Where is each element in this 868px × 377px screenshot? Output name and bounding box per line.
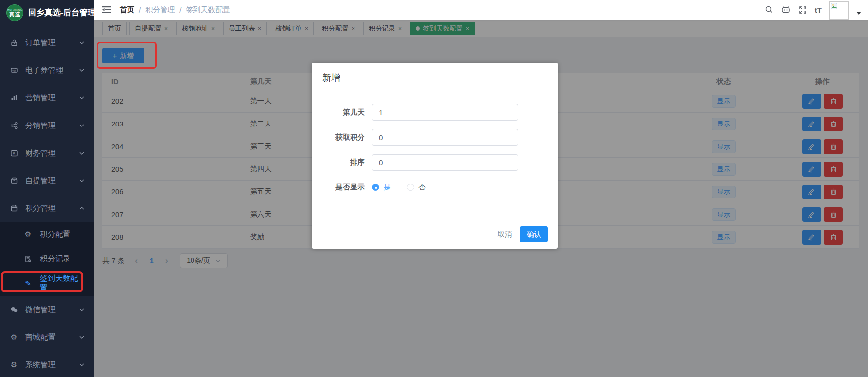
form-row-sort: 排序 [312,154,558,171]
radio-yes[interactable]: 是 [372,183,391,192]
wechat-icon [10,306,18,314]
sidebar-item-distribution[interactable]: 分销管理 [0,112,94,139]
dialog-form: 第几天 获取积分 排序 是否显示 是 否 [312,104,558,200]
sidebar-item-label: 订单管理 [25,38,79,48]
logo-icon: HUI XIANG 真选 [6,4,23,21]
sidebar-item-label: 微信管理 [25,305,79,315]
sidebar-item-label: 商城配置 [25,332,79,343]
field-label: 排序 [321,158,365,167]
day-input[interactable] [372,104,518,121]
money-icon: ¥ [10,149,18,157]
breadcrumb-current: 签到天数配置 [186,5,230,15]
dialog-title: 新增 [322,72,340,84]
app-logo: HUI XIANG 真选 回乡真选-后台管理 [0,0,94,26]
lock-icon [10,39,18,47]
font-size-icon[interactable]: tT [815,6,822,14]
sidebar-item-marketing[interactable]: 营销管理 [0,84,94,112]
sidebar-item-label: 电子券管理 [25,65,79,76]
sidebar-item-system[interactable]: ⚙ 系统管理 [0,351,94,377]
breadcrumb-separator: / [179,6,181,14]
sidebar-item-label: 财务管理 [25,148,79,158]
form-row-points: 获取积分 [312,129,558,146]
radio-label: 否 [418,183,426,192]
sidebar: HUI XIANG 真选 回乡真选-后台管理 订单管理 % 电子券管理 营销管理 [0,0,94,377]
caret-down-icon[interactable] [856,12,861,15]
radio-circle [407,184,414,191]
field-label: 是否显示 [321,183,365,192]
sidebar-item-points-config[interactable]: ⚙ 积分配置 [0,222,94,247]
search-icon[interactable] [765,5,774,15]
fullscreen-icon[interactable] [798,5,807,15]
chevron-down-icon [79,334,85,340]
sort-input[interactable] [372,154,518,171]
sidebar-item-points-records[interactable]: 积分记录 [0,247,94,271]
breadcrumb-separator: / [139,6,141,14]
share-icon [10,122,18,130]
visible-radio-group: 是 否 [372,183,426,192]
cancel-button[interactable]: 取消 [497,230,512,239]
sidebar-item-pickup[interactable]: 自提管理 [0,167,94,194]
sidebar-menu: 订单管理 % 电子券管理 营销管理 分销管理 ¥ [0,29,94,377]
document-icon [24,255,32,263]
sidebar-item-signin-days-config[interactable]: ✎ 签到天数配置 [0,271,94,296]
sidebar-item-mall-config[interactable]: ⚙ 商城配置 [0,323,94,351]
radio-label: 是 [384,183,391,192]
package-icon [10,177,18,185]
form-row-visible: 是否显示 是 否 [312,183,558,192]
chevron-down-icon [79,307,85,313]
sidebar-item-label: 分销管理 [25,121,79,131]
avatar[interactable] [829,1,849,20]
sidebar-item-label: 积分记录 [40,254,85,264]
add-dialog: 新增 第几天 获取积分 排序 是否显示 是 否 [312,63,558,249]
sidebar-item-orders[interactable]: 订单管理 [0,29,94,57]
chevron-down-icon [79,95,85,101]
svg-text:¥: ¥ [12,151,15,156]
radio-circle-checked [372,184,379,191]
breadcrumb-points[interactable]: 积分管理 [145,5,175,15]
chevron-down-icon [79,362,85,368]
field-label: 获取积分 [321,133,365,142]
svg-text:%: % [12,69,15,72]
sidebar-item-label: 自提管理 [25,176,79,186]
sidebar-item-wechat[interactable]: 微信管理 [0,296,94,323]
sidebar-item-coupons[interactable]: % 电子券管理 [0,57,94,84]
app-title: 回乡真选-后台管理 [28,7,96,18]
breadcrumb-home[interactable]: 首页 [120,5,134,15]
chevron-down-icon [79,67,85,73]
pencil-icon: ✎ [24,280,32,288]
chevron-down-icon [79,150,85,156]
bar-chart-icon [10,94,18,102]
radio-no[interactable]: 否 [407,183,426,192]
sidebar-item-points[interactable]: 积分管理 [0,194,94,222]
sidebar-item-label: 积分配置 [40,229,85,240]
avatar-underline [832,17,846,17]
top-navbar: 首页 / 积分管理 / 签到天数配置 tT [94,0,868,20]
breadcrumb: 首页 / 积分管理 / 签到天数配置 [120,5,230,15]
chevron-down-icon [79,178,85,184]
form-row-day: 第几天 [312,104,558,121]
hamburger-icon[interactable] [102,5,112,14]
github-icon[interactable] [781,5,791,15]
sidebar-submenu-points: ⚙ 积分配置 积分记录 ✎ 签到天数配置 [0,222,94,296]
chevron-down-icon [79,123,85,128]
sidebar-item-finance[interactable]: ¥ 财务管理 [0,139,94,167]
sidebar-item-label: 营销管理 [25,93,79,103]
sidebar-item-label: 系统管理 [25,360,79,370]
calendar-icon [10,204,18,213]
gear-icon: ⚙ [24,230,32,239]
sidebar-item-label: 积分管理 [25,203,79,214]
gear-icon: ⚙ [10,333,18,342]
confirm-button[interactable]: 确认 [520,226,548,242]
logo-main-text: 真选 [9,11,20,17]
field-label: 第几天 [321,108,365,117]
sidebar-item-label: 签到天数配置 [40,273,85,294]
chevron-down-icon [79,40,85,46]
dialog-footer: 取消 确认 [497,226,548,242]
points-input[interactable] [372,129,518,146]
gear-icon: ⚙ [10,361,18,369]
navbar-actions: tT [765,0,868,20]
coupon-icon: % [10,66,18,75]
chevron-up-icon [79,205,85,211]
